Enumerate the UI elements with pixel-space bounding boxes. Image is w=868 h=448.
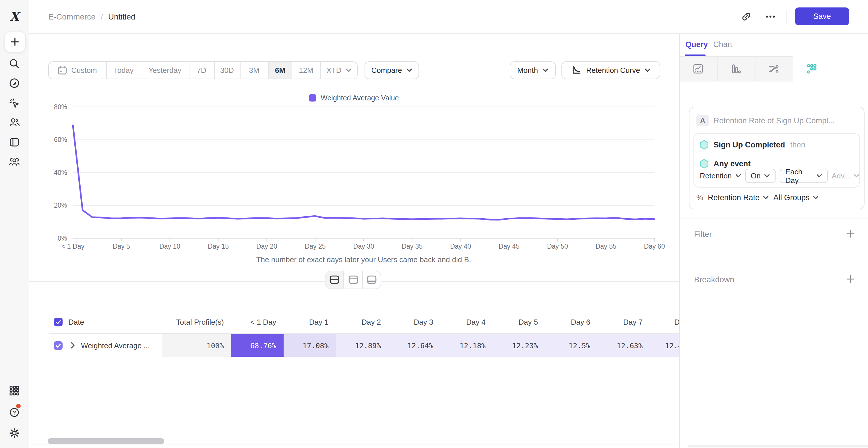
range-today-button[interactable]: Today [106,62,141,78]
users-button[interactable] [0,115,29,129]
column-header-day-4: Day 4 [441,311,493,333]
column-header-day-7: Day 7 [598,311,650,333]
advanced-dropdown[interactable]: Adv... [832,172,859,180]
tab-query[interactable]: Query [685,33,708,56]
breadcrumb-project[interactable]: E-Commerce [48,12,96,21]
query-title[interactable]: Retention Rate of Sign Up Compl... [714,116,835,125]
x-axis-tick-label: Day 10 [159,242,180,250]
advanced-label: Adv... [832,172,850,180]
value-cell: 12.18% [441,334,493,357]
plus-icon [846,229,856,239]
range-3m-button[interactable]: 3M [240,62,269,78]
percent-symbol: % [696,193,703,202]
compass-icon [9,77,20,89]
groups-label: All Groups [773,193,809,202]
date-header-label: Date [68,318,84,326]
value-cell: 100% [162,334,231,357]
group-icon [8,157,21,168]
logo-x-icon: X [10,9,19,23]
breadcrumb-report-title[interactable]: Untitled [108,12,135,21]
row-checkbox[interactable] [54,318,63,326]
granularity-dropdown[interactable]: Month [510,61,556,79]
svg-text:?: ? [12,409,16,415]
top-actions: Save [738,0,849,33]
groups-dropdown[interactable]: All Groups [773,193,818,202]
date-toolbar: CustomTodayYesterday7D30D3M6M12MXTD Comp… [29,61,679,79]
help-button[interactable]: ? [0,405,29,419]
report-funnels-button[interactable] [717,56,755,81]
events-activity-button[interactable] [0,96,29,110]
panel-divider [679,218,868,219]
app-logo[interactable]: X [0,8,29,24]
value-cell: 12.64% [389,334,441,357]
x-axis-tick-label: Day 35 [402,242,423,250]
report-retention-button[interactable] [793,56,831,81]
breakdown-label: Breakdown [694,274,734,284]
criteria-label: Retention [700,172,732,180]
range-7d-button[interactable]: 7D [189,62,214,78]
tab-chart[interactable]: Chart [713,33,732,56]
measure-dropdown[interactable]: Retention Rate [708,193,769,202]
apps-grid-button[interactable] [0,384,29,398]
row-expand-chevron[interactable] [71,342,75,349]
search-button[interactable] [0,57,29,71]
range-custom-button[interactable]: Custom [49,62,106,78]
boards-button[interactable] [0,135,29,149]
breadcrumb-separator: / [101,12,103,21]
report-insights-button[interactable] [679,56,717,81]
range-yesterday-button[interactable]: Yesterday [141,62,189,78]
chart-legend: Weighted Average Value [29,94,679,102]
chevron-down-icon [542,68,548,72]
range-xtd-button[interactable]: XTD [321,62,357,78]
y-axis-tick-label: 40% [54,169,67,176]
plus-icon [10,37,20,47]
layout-table-only-button[interactable] [363,271,381,288]
users-icon [8,116,20,128]
returning-event-name[interactable]: Any event [714,159,751,168]
add-breakdown-button[interactable] [846,274,856,284]
horizontal-scrollbar-thumb[interactable] [48,438,164,444]
returning-event-row: Any event [700,157,751,170]
layout-chart-only-button[interactable] [344,271,363,288]
bottom-edge-line [29,444,679,445]
y-axis-tick-label: 60% [54,136,67,143]
on-dropdown[interactable]: On [745,169,776,183]
x-axis-tick-label: Day 55 [596,242,617,250]
layout-split-button[interactable] [326,271,344,288]
range-label: 12M [299,66,313,75]
save-button[interactable]: Save [795,8,849,26]
criteria-dropdown[interactable]: Retention [700,172,741,180]
column-header-day-1: Day 1 [284,311,336,333]
legend-label[interactable]: Weighted Average Value [321,94,399,102]
column-header-total-profile-s-: Total Profile(s) [162,311,231,333]
x-axis-tick-label: Day 25 [305,242,326,250]
x-axis-tick-label: Day 60 [644,242,665,250]
first-event-row: Sign Up Completed then [700,138,805,151]
chart-type-dropdown[interactable]: Retention Curve [561,61,660,79]
compare-button[interactable]: Compare [365,61,419,79]
gear-icon [9,427,20,439]
copy-link-button[interactable] [738,9,754,25]
first-event-name[interactable]: Sign Up Completed [714,140,785,149]
panel-scrollbar-track[interactable] [687,445,868,447]
chevron-down-icon [645,68,650,72]
value-cell: 12.89% [336,334,389,357]
retention-controls-row: Retention On Each Day Adv... [700,169,859,183]
add-filter-button[interactable] [846,229,856,239]
report-canvas: CustomTodayYesterday7D30D3M6M12MXTD Comp… [29,33,679,448]
cohorts-button[interactable] [0,156,29,169]
ellipsis-icon [765,11,776,22]
report-flows-button[interactable] [755,56,793,81]
retention-query-card: A Retention Rate of Sign Up Compl... Sig… [689,107,865,209]
settings-button[interactable] [0,426,29,440]
explore-button[interactable] [0,76,29,90]
row-checkbox[interactable] [54,341,63,350]
range-30d-button[interactable]: 30D [214,62,240,78]
on-label: On [751,172,761,180]
new-report-button[interactable] [4,31,26,53]
table-header-row: DateTotal Profile(s)< 1 DayDay 1Day 2Day… [49,311,679,334]
interval-dropdown[interactable]: Each Day [780,169,828,183]
range-12m-button[interactable]: 12M [292,62,321,78]
more-options-button[interactable] [763,9,778,25]
range-6m-button[interactable]: 6M [269,62,292,78]
